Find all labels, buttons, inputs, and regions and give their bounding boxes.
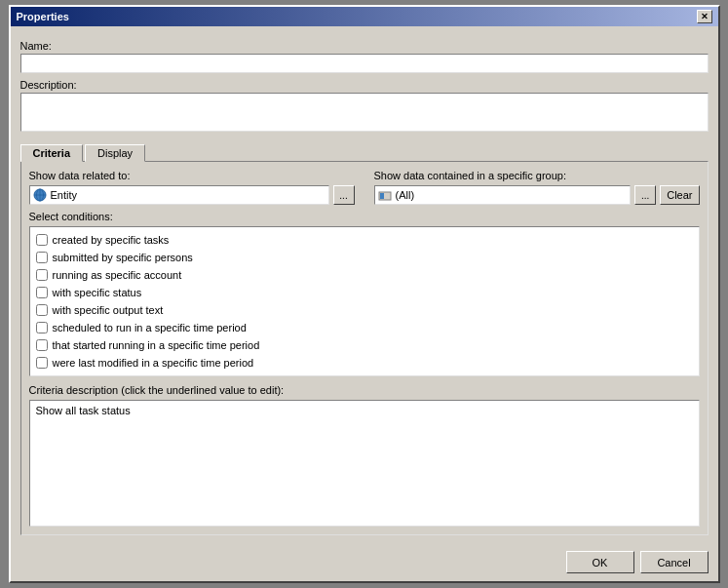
condition-that-started-running: that started running in a specific time … xyxy=(36,336,693,354)
tab-content-criteria: Show data related to: xyxy=(20,161,709,535)
svg-rect-5 xyxy=(380,193,384,199)
checkbox-created-by-tasks[interactable] xyxy=(36,234,48,246)
select-conditions-label: Select conditions: xyxy=(29,211,700,222)
group-text: (All) xyxy=(396,189,415,201)
top-row: Show data related to: xyxy=(29,170,700,205)
group-browse-button[interactable]: ... xyxy=(634,185,656,205)
condition-with-specific-output-text: with specific output text xyxy=(36,301,693,319)
show-group-col: Show data contained in a specific group:… xyxy=(374,170,700,205)
entity-icon xyxy=(33,188,47,202)
dialog-footer: OK Cancel xyxy=(11,545,718,581)
description-input[interactable] xyxy=(20,93,709,132)
entity-browse-button[interactable]: ... xyxy=(333,185,355,205)
cancel-button[interactable]: Cancel xyxy=(640,551,709,573)
condition-were-last-modified: were last modified in a specific time pe… xyxy=(36,354,693,372)
group-input: (All) xyxy=(374,185,632,205)
checkbox-scheduled-to-run[interactable] xyxy=(36,322,48,333)
conditions-box: created by specific tasks submitted by s… xyxy=(29,226,700,376)
checkbox-with-specific-status[interactable] xyxy=(36,287,48,298)
criteria-desc-label: Criteria description (click the underlin… xyxy=(29,384,700,396)
name-label: Name: xyxy=(20,40,709,52)
checkbox-running-as-account[interactable] xyxy=(36,269,48,281)
tab-criteria[interactable]: Criteria xyxy=(20,144,84,162)
checkbox-were-last-modified[interactable] xyxy=(36,357,48,369)
title-bar: Properties ✕ xyxy=(11,7,718,26)
criteria-desc-box: Show all task status xyxy=(29,400,700,527)
close-button[interactable]: ✕ xyxy=(697,10,712,23)
tab-bar: Criteria Display xyxy=(20,143,709,161)
show-data-label: Show data related to: xyxy=(29,170,355,181)
condition-created-by-tasks: created by specific tasks xyxy=(36,231,693,249)
entity-input: Entity xyxy=(29,185,329,205)
checkbox-with-specific-output-text[interactable] xyxy=(36,304,48,316)
properties-dialog: Properties ✕ Name: Description: Criteria… xyxy=(9,5,720,583)
group-icon xyxy=(378,188,392,202)
show-data-col: Show data related to: xyxy=(29,170,355,205)
description-label: Description: xyxy=(20,79,709,91)
show-group-label: Show data contained in a specific group: xyxy=(374,170,700,181)
condition-running-as-account: running as specific account xyxy=(36,266,693,284)
checkbox-submitted-by-persons[interactable] xyxy=(36,252,48,263)
clear-button[interactable]: Clear xyxy=(660,185,699,205)
dialog-title: Properties xyxy=(17,11,69,22)
checkbox-that-started-running[interactable] xyxy=(36,339,48,351)
dialog-body: Name: Description: Criteria Display Show… xyxy=(11,26,718,545)
entity-text: Entity xyxy=(51,189,78,201)
condition-scheduled-to-run: scheduled to run in a specific time peri… xyxy=(36,319,693,336)
tab-display[interactable]: Display xyxy=(85,144,145,162)
condition-submitted-by-persons: submitted by specific persons xyxy=(36,249,693,266)
criteria-desc-text: Show all task status xyxy=(36,405,131,416)
name-input[interactable] xyxy=(20,54,709,73)
condition-with-specific-status: with specific status xyxy=(36,284,693,301)
ok-button[interactable]: OK xyxy=(566,551,634,573)
